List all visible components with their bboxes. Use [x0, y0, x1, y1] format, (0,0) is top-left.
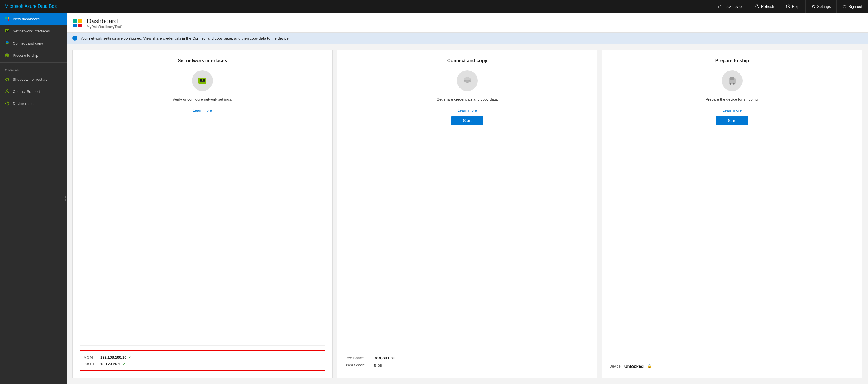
info-icon: i: [72, 36, 78, 41]
svg-rect-27: [199, 81, 205, 82]
database-svg-icon: [462, 75, 473, 87]
sidebar-item-set-network-interfaces[interactable]: Set network interfaces: [0, 25, 66, 37]
help-button[interactable]: ? Help: [780, 0, 806, 13]
help-icon: ?: [786, 4, 790, 8]
svg-point-19: [8, 56, 9, 57]
dashboard-header: Dashboard MyDataBoxHeavyTest1: [66, 13, 868, 33]
svg-rect-25: [199, 79, 202, 81]
network-svg-icon: [197, 75, 208, 87]
sidebar-divider: [0, 62, 66, 63]
content-area: Dashboard MyDataBoxHeavyTest1 i Your net…: [66, 13, 868, 384]
sidebar-item-label: Device reset: [13, 101, 34, 106]
network-row-mgmt: MGMT 192.168.100.10 ✓: [84, 354, 321, 360]
svg-rect-26: [203, 79, 205, 81]
sidebar-resize-handle[interactable]: [64, 196, 66, 201]
free-space-row: Free Space 384,801 GB: [344, 354, 590, 361]
settings-button[interactable]: Settings: [805, 0, 836, 13]
sidebar-item-label: Prepare to ship: [13, 53, 38, 58]
svg-rect-17: [6, 53, 8, 54]
used-space-unit: GB: [378, 364, 382, 367]
svg-rect-12: [6, 31, 9, 32]
sidebar-item-connect-and-copy[interactable]: Connect and copy: [0, 37, 66, 49]
refresh-button[interactable]: Refresh: [749, 0, 780, 13]
svg-point-18: [6, 56, 7, 57]
reset-icon: [5, 101, 10, 106]
dashboard-title-block: Dashboard MyDataBoxHeavyTest1: [87, 18, 123, 29]
refresh-label: Refresh: [761, 4, 774, 9]
info-banner-message: Your network settings are configured. Vi…: [81, 36, 289, 40]
svg-rect-38: [729, 81, 735, 81]
svg-rect-10: [6, 30, 7, 31]
card-set-network-interfaces: Set network interfaces Verify or configu…: [72, 50, 333, 378]
used-space-value: 0 GB: [374, 362, 382, 367]
svg-text:?: ?: [787, 5, 789, 8]
network-row-data1: Data 1 10.128.26.1 ✓: [84, 360, 321, 367]
svg-rect-9: [5, 30, 9, 32]
device-value: Unlocked: [624, 364, 644, 369]
card-learn-more: Learn more: [80, 108, 325, 113]
svg-rect-16: [5, 54, 9, 57]
svg-rect-7: [5, 19, 7, 21]
sidebar-item-shut-down-or-restart[interactable]: Shut down or restart: [0, 73, 66, 85]
lock-icon: [718, 4, 722, 8]
dashboard-subtitle: MyDataBoxHeavyTest1: [87, 25, 123, 29]
sidebar-item-device-reset[interactable]: Device reset: [0, 97, 66, 109]
mgmt-check-icon: ✓: [129, 355, 132, 359]
learn-more-link[interactable]: Learn more: [458, 108, 477, 113]
free-space-value: 384,801 GB: [374, 355, 395, 360]
settings-icon: [811, 4, 815, 8]
card-learn-more: Learn more: [344, 108, 590, 113]
power-icon: [842, 4, 847, 8]
card-title: Prepare to ship: [609, 58, 855, 63]
sidebar-item-label: View dashboard: [13, 17, 40, 21]
top-nav: Microsoft Azure Data Box Lock device Ref…: [0, 0, 868, 13]
svg-point-32: [464, 81, 471, 82]
lock-device-button[interactable]: Lock device: [712, 0, 749, 13]
ship-icon: [722, 70, 743, 91]
prepare-ship-start-button[interactable]: Start: [716, 116, 748, 125]
card-description: Get share credentials and copy data.: [344, 97, 590, 102]
space-table: Free Space 384,801 GB Used Space 0 GB: [344, 352, 590, 371]
svg-point-15: [6, 41, 9, 43]
dashboard-title: Dashboard: [87, 18, 123, 25]
unlock-icon[interactable]: 🔓: [647, 364, 652, 369]
manage-section-label: MANAGE: [0, 64, 66, 73]
card-prepare-to-ship: Prepare to ship Prepare the device f: [602, 50, 862, 378]
sign-out-label: Sign out: [848, 4, 862, 9]
svg-point-35: [730, 83, 731, 85]
sidebar: View dashboard Set network interfaces: [0, 13, 66, 384]
sidebar-item-prepare-to-ship[interactable]: Prepare to ship: [0, 49, 66, 61]
svg-rect-11: [7, 30, 9, 31]
ship-svg-icon: [726, 75, 738, 87]
data1-label: Data 1: [84, 362, 98, 366]
network-interfaces-icon: [192, 70, 213, 91]
data1-check-icon: ✓: [123, 362, 126, 366]
connect-copy-start-button[interactable]: Start: [451, 116, 483, 125]
used-space-row: Used Space 0 GB: [344, 361, 590, 369]
used-space-label: Used Space: [344, 363, 370, 367]
svg-point-31: [464, 77, 471, 81]
help-label: Help: [792, 4, 800, 9]
sign-out-button[interactable]: Sign out: [836, 0, 868, 13]
dashboard-grid-icon: [73, 19, 82, 28]
device-status-row: Device Unlocked 🔓: [609, 361, 855, 371]
learn-more-link[interactable]: Learn more: [193, 108, 212, 113]
network-table: MGMT 192.168.100.10 ✓ Data 1 10.128.26.1…: [80, 350, 325, 371]
settings-label: Settings: [817, 4, 831, 9]
network-icon: [5, 28, 10, 34]
shutdown-icon: [5, 76, 10, 82]
brand-title: Microsoft Azure Data Box: [5, 4, 57, 9]
card-title: Set network interfaces: [80, 58, 325, 63]
svg-rect-5: [5, 17, 7, 19]
card-icon-container: [609, 70, 855, 91]
card-icon-container: [344, 70, 590, 91]
sidebar-item-view-dashboard[interactable]: View dashboard: [0, 13, 66, 25]
card-icon-container: [80, 70, 325, 91]
learn-more-link[interactable]: Learn more: [722, 108, 742, 113]
sidebar-item-label: Connect and copy: [13, 41, 43, 45]
sidebar-item-contact-support[interactable]: Contact Support: [0, 85, 66, 97]
svg-rect-24: [198, 78, 207, 84]
dashboard-grid-icon: [5, 16, 10, 22]
card-action: Start: [609, 116, 855, 125]
main-layout: View dashboard Set network interfaces: [0, 13, 868, 384]
